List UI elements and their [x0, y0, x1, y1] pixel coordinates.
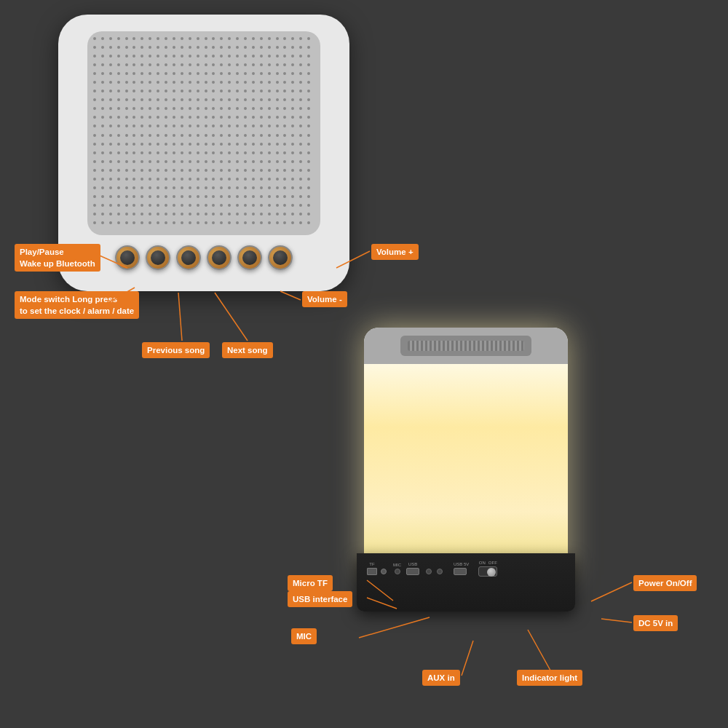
- bottom-speaker: TF MIC USB USB 5V ON OFF: [320, 328, 612, 619]
- label-volume-plus: Volume +: [371, 244, 419, 260]
- base-body: TF MIC USB USB 5V ON OFF: [357, 553, 575, 612]
- btn-mode[interactable]: [146, 245, 170, 270]
- label-mic: MIC: [291, 628, 317, 644]
- label-indicator-light: Indicator light: [517, 670, 582, 686]
- speaker-grille: [87, 31, 320, 235]
- svg-line-2: [178, 293, 182, 341]
- btn-vol-minus[interactable]: [237, 245, 262, 270]
- buttons-row: [115, 245, 293, 270]
- lamp-body: [364, 328, 568, 575]
- svg-line-8: [359, 617, 430, 638]
- lamp-grille: [364, 328, 568, 364]
- label-dc-5v-in: DC 5V in: [633, 615, 678, 631]
- label-mode-switch: Mode switch Long pressto set the clock /…: [15, 291, 139, 319]
- svg-line-5: [280, 291, 301, 300]
- btn-play-pause[interactable]: [115, 245, 140, 270]
- svg-line-9: [462, 641, 473, 676]
- svg-line-3: [215, 293, 248, 341]
- label-usb-interface: USB interface: [288, 591, 352, 607]
- svg-line-12: [601, 619, 632, 622]
- label-next-song: Next song: [222, 342, 273, 358]
- label-previous-song: Previous song: [142, 342, 210, 358]
- btn-prev[interactable]: [176, 245, 201, 270]
- lamp-glow: [364, 364, 568, 575]
- label-power-on-off: Power On/Off: [633, 575, 697, 591]
- top-speaker: [58, 15, 349, 291]
- label-micro-tf: Micro TF: [288, 575, 333, 591]
- svg-line-10: [528, 630, 553, 676]
- power-switch[interactable]: [478, 566, 497, 577]
- label-aux-in: AUX in: [422, 670, 460, 686]
- label-volume-minus: Volume -: [302, 291, 347, 307]
- btn-next[interactable]: [207, 245, 232, 270]
- btn-vol-plus[interactable]: [268, 245, 293, 270]
- label-play-pause: Play/PauseWake up Bluetooth: [15, 244, 100, 272]
